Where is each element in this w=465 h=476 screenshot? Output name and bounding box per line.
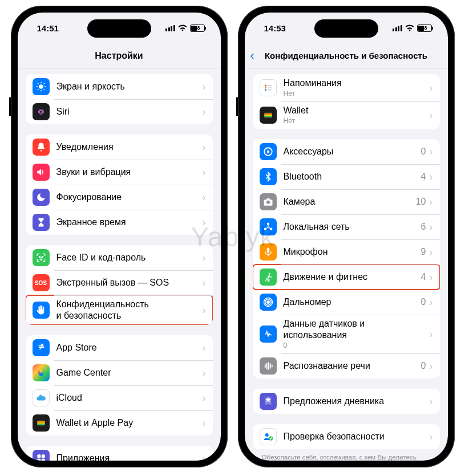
settings-row[interactable]: Экранное время› bbox=[26, 210, 213, 235]
row-subtitle: Нет bbox=[284, 89, 430, 98]
svg-line-5 bbox=[38, 83, 39, 84]
settings-row[interactable]: Уведомления› bbox=[26, 135, 213, 160]
settings-row[interactable]: Bluetooth4› bbox=[253, 164, 440, 189]
svg-point-43 bbox=[268, 273, 270, 275]
settings-row[interactable]: Данные датчиков и использования0› bbox=[253, 315, 440, 353]
svg-line-7 bbox=[38, 89, 39, 91]
phone-right: 14:53 48 ‹ Конфиденциальность и безопасн… bbox=[238, 6, 455, 467]
row-detail: 0 bbox=[421, 361, 426, 371]
settings-row[interactable]: Движение и фитнес4› bbox=[253, 265, 440, 290]
row-label: Проверка безопасности bbox=[284, 431, 430, 442]
settings-row[interactable]: Приложения› bbox=[26, 446, 213, 461]
svg-point-13 bbox=[42, 257, 43, 258]
row-label: Game Center bbox=[56, 367, 203, 379]
screen-right: 14:53 48 ‹ Конфиденциальность и безопасн… bbox=[245, 13, 448, 461]
sound-icon bbox=[33, 164, 50, 181]
svg-rect-34 bbox=[264, 115, 272, 116]
chevron-right-icon: › bbox=[203, 253, 206, 263]
fitness-icon bbox=[260, 268, 277, 286]
row-detail: 0 bbox=[421, 297, 426, 307]
sensor-icon bbox=[260, 326, 277, 343]
settings-row[interactable]: Локальная сеть6› bbox=[253, 214, 440, 239]
wifi-icon bbox=[178, 25, 187, 31]
reminders-icon bbox=[260, 79, 277, 96]
accessory-icon bbox=[260, 143, 277, 160]
chevron-right-icon: › bbox=[430, 247, 433, 257]
settings-row[interactable]: SOSЭкстренный вызов — SOS› bbox=[26, 270, 213, 295]
settings-group: Приложения› bbox=[26, 446, 213, 461]
row-label: Уведомления bbox=[56, 141, 203, 153]
row-label: Экстренный вызов — SOS bbox=[56, 277, 203, 288]
row-detail: 0 bbox=[421, 147, 426, 157]
settings-row[interactable]: Экран и яркость› bbox=[26, 74, 213, 99]
row-label: Экран и яркость bbox=[56, 81, 203, 92]
settings-row[interactable]: Проверка безопасности› bbox=[253, 424, 440, 449]
svg-point-27 bbox=[265, 87, 266, 89]
cellular-icon bbox=[393, 25, 402, 31]
row-label: Face ID и код-пароль bbox=[56, 252, 203, 263]
apps-icon bbox=[33, 450, 50, 461]
chevron-right-icon: › bbox=[203, 167, 206, 177]
group-footer: Обезопасьте себя, отслеживая, с кем Вы д… bbox=[253, 449, 440, 461]
cellular-icon bbox=[165, 25, 175, 31]
journal-icon bbox=[260, 393, 277, 410]
row-subtitle: 0 bbox=[284, 341, 430, 350]
svg-rect-23 bbox=[41, 454, 45, 458]
settings-row[interactable]: Дальномер0› bbox=[253, 290, 440, 315]
settings-row[interactable]: Фокусирование› bbox=[26, 185, 213, 210]
settings-row[interactable]: Game Center› bbox=[26, 360, 213, 385]
row-label: Локальная сеть bbox=[284, 221, 421, 233]
row-label: Приложения bbox=[56, 453, 203, 461]
svg-point-40 bbox=[264, 228, 266, 230]
row-detail: 6 bbox=[421, 222, 426, 232]
row-label: Фокусирование bbox=[56, 192, 203, 203]
nav-header: ‹ Конфиденциальность и безопасность bbox=[245, 43, 448, 68]
row-label: Экранное время bbox=[56, 217, 203, 228]
svg-point-17 bbox=[39, 369, 43, 373]
bluetooth-icon bbox=[260, 168, 277, 185]
icloud-icon bbox=[33, 389, 50, 406]
chevron-right-icon: › bbox=[430, 110, 433, 120]
settings-group: App Store›Game Center›iCloud›Wallet и Ap… bbox=[26, 335, 213, 436]
chevron-right-icon: › bbox=[203, 217, 206, 227]
settings-row[interactable]: Face ID и код-пароль› bbox=[26, 245, 213, 270]
chevron-right-icon: › bbox=[430, 432, 433, 442]
settings-row[interactable]: Аксессуары0› bbox=[253, 139, 440, 164]
settings-row[interactable]: iCloud› bbox=[26, 385, 213, 410]
row-label: Камера bbox=[284, 196, 416, 208]
row-label: Wallet и Apple Pay bbox=[56, 417, 203, 429]
phone-left: 14:51 48 Настройки Экран и яркость›Siri›… bbox=[11, 6, 228, 467]
settings-row[interactable]: App Store› bbox=[26, 335, 213, 360]
settings-row[interactable]: Wallet и Apple Pay› bbox=[26, 410, 213, 436]
wallet-icon bbox=[260, 107, 277, 124]
appstore-icon bbox=[33, 339, 50, 356]
svg-point-44 bbox=[266, 301, 269, 304]
settings-row[interactable]: Конфиденциальностьи безопасность› bbox=[26, 295, 213, 325]
wifi-icon bbox=[405, 25, 414, 31]
status-time: 14:51 bbox=[37, 23, 59, 33]
settings-row[interactable]: Распознавание речи0› bbox=[253, 353, 440, 379]
chevron-right-icon: › bbox=[430, 222, 433, 232]
settings-row[interactable]: Микрофон9› bbox=[253, 239, 440, 265]
svg-rect-35 bbox=[264, 116, 272, 117]
settings-row[interactable]: НапоминанияНет› bbox=[253, 74, 440, 101]
settings-group: Аксессуары0›Bluetooth4›Камера10›Локальна… bbox=[253, 139, 440, 379]
page-title: Конфиденциальность и безопасность bbox=[265, 51, 427, 60]
settings-row[interactable]: Предложения дневника› bbox=[253, 389, 440, 414]
settings-row[interactable]: Камера10› bbox=[253, 189, 440, 214]
settings-row[interactable]: Siri› bbox=[26, 99, 213, 124]
settings-list[interactable]: Экран и яркость›Siri›Уведомления›Звуки и… bbox=[18, 68, 221, 461]
settings-group: Face ID и код-пароль›SOSЭкстренный вызов… bbox=[26, 245, 213, 325]
chevron-right-icon: › bbox=[203, 305, 206, 315]
svg-point-0 bbox=[39, 84, 43, 89]
back-button[interactable]: ‹ bbox=[250, 50, 254, 62]
settings-row[interactable]: Звуки и вибрация› bbox=[26, 160, 213, 185]
row-label: Bluetooth bbox=[284, 171, 421, 182]
gamecenter-icon bbox=[33, 364, 50, 381]
svg-point-12 bbox=[39, 257, 40, 258]
svg-point-37 bbox=[266, 150, 269, 153]
chevron-right-icon: › bbox=[430, 197, 433, 207]
safety-icon bbox=[260, 428, 277, 445]
settings-row[interactable]: WalletНет› bbox=[253, 101, 440, 129]
privacy-list[interactable]: НапоминанияНет›WalletНет›Аксессуары0›Blu… bbox=[245, 68, 448, 461]
